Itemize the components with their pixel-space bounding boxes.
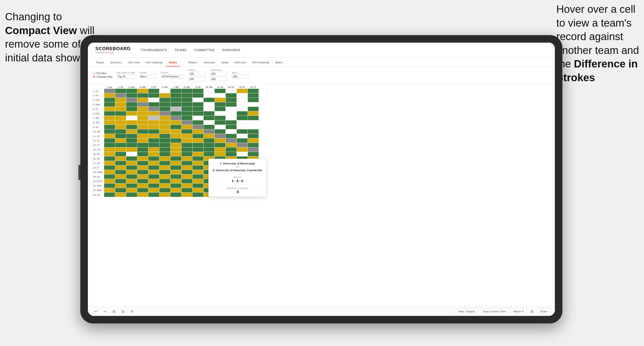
matrix-cell[interactable] — [126, 152, 137, 156]
matrix-cell[interactable] — [104, 165, 115, 170]
matrix-cell[interactable] — [215, 138, 226, 143]
division-select[interactable]: NCAA Division I — [161, 74, 184, 79]
matrix-cell[interactable] — [237, 93, 248, 98]
matrix-cell[interactable] — [159, 125, 170, 129]
subnav-players-matrix[interactable]: Matrix — [272, 59, 286, 66]
matrix-cell[interactable] — [137, 111, 148, 116]
subnav-teams[interactable]: Teams — [93, 59, 107, 66]
matrix-cell[interactable] — [193, 152, 204, 156]
matrix-cell[interactable] — [126, 98, 137, 102]
matrix-cell[interactable] — [126, 107, 137, 111]
matrix-cell[interactable] — [226, 93, 237, 98]
matrix-cell[interactable] — [104, 161, 115, 165]
matrix-cell[interactable] — [115, 107, 126, 111]
matrix-cell[interactable] — [248, 129, 259, 134]
matrix-cell[interactable] — [204, 102, 215, 107]
matrix-cell[interactable] — [226, 129, 237, 134]
matrix-cell[interactable] — [193, 143, 204, 147]
matrix-cell[interactable] — [204, 89, 215, 93]
matrix-cell[interactable] — [193, 156, 204, 161]
matrix-cell[interactable] — [248, 134, 259, 138]
matrix-cell[interactable] — [215, 147, 226, 152]
matrix-cell[interactable] — [159, 156, 170, 161]
matrix-cell[interactable] — [148, 116, 159, 120]
subnav-h2h-grid[interactable]: H2H Grid — [125, 59, 142, 66]
matrix-cell[interactable] — [248, 147, 259, 152]
matrix-cell[interactable] — [126, 193, 137, 197]
matrix-cell[interactable] — [104, 125, 115, 129]
region-select-1[interactable]: N/A — [188, 72, 206, 76]
matrix-cell[interactable] — [170, 129, 182, 134]
matrix-cell[interactable] — [237, 116, 248, 120]
matrix-cell[interactable] — [170, 125, 182, 129]
matrix-cell[interactable] — [115, 165, 126, 170]
matrix-cell[interactable] — [204, 152, 215, 156]
matrix-cell[interactable] — [126, 179, 137, 184]
subnav-players-summary[interactable]: Summary — [200, 59, 218, 66]
matrix-cell[interactable] — [115, 184, 126, 188]
matrix-cell[interactable] — [248, 143, 259, 147]
matrix-cell[interactable] — [182, 156, 193, 161]
matrix-cell[interactable] — [226, 152, 237, 156]
matrix-cell[interactable] — [104, 175, 115, 179]
full-view-option[interactable]: Full View — [93, 72, 112, 75]
matrix-cell[interactable] — [248, 120, 259, 125]
matrix-cell[interactable] — [226, 116, 237, 120]
matrix-cell[interactable] — [115, 102, 126, 107]
matrix-cell[interactable] — [126, 93, 137, 98]
matrix-cell[interactable] — [204, 143, 215, 147]
subnav-players-h2h-grid[interactable]: H2H Grid — [231, 59, 249, 66]
matrix-cell[interactable] — [159, 107, 170, 111]
matrix-cell[interactable] — [170, 143, 182, 147]
matrix-cell[interactable] — [215, 116, 226, 120]
matrix-cell[interactable] — [148, 102, 159, 107]
matrix-cell[interactable] — [148, 129, 159, 134]
matrix-cell[interactable] — [148, 179, 159, 184]
matrix-cell[interactable] — [215, 93, 226, 98]
matrix-cell[interactable] — [137, 193, 148, 197]
matrix-cell[interactable] — [248, 116, 259, 120]
matrix-cell[interactable] — [170, 116, 182, 120]
matrix-cell[interactable] — [193, 134, 204, 138]
matrix-cell[interactable] — [159, 102, 170, 107]
matrix-cell[interactable] — [137, 138, 148, 143]
matrix-cell[interactable] — [137, 107, 148, 111]
matrix-cell[interactable] — [159, 93, 170, 98]
matrix-cell[interactable] — [115, 93, 126, 98]
matrix-cell[interactable] — [148, 170, 159, 175]
matrix-cell[interactable] — [182, 170, 193, 175]
matrix-cell[interactable] — [182, 193, 193, 197]
nav-rankings[interactable]: RANKINGS — [222, 48, 240, 52]
matrix-cell[interactable] — [170, 111, 182, 116]
matrix-cell[interactable] — [237, 98, 248, 102]
region-select-2[interactable]: N/A — [188, 77, 206, 81]
matrix-cell[interactable] — [170, 156, 182, 161]
matrix-cell[interactable] — [182, 111, 193, 116]
matrix-cell[interactable] — [170, 138, 182, 143]
matrix-cell[interactable] — [170, 161, 182, 165]
matrix-cell[interactable] — [126, 116, 137, 120]
matrix-cell[interactable] — [148, 156, 159, 161]
matrix-cell[interactable] — [115, 161, 126, 165]
matrix-cell[interactable] — [104, 143, 115, 147]
matrix-cell[interactable] — [137, 188, 148, 193]
matrix-cell[interactable] — [104, 102, 115, 107]
matrix-cell[interactable] — [215, 143, 226, 147]
subnav-h2h-heatmap[interactable]: H2H Heatmap — [142, 59, 166, 66]
matrix-cell[interactable] — [170, 175, 182, 179]
matrix-cell[interactable] — [193, 111, 204, 116]
matrix-cell[interactable] — [193, 102, 204, 107]
max-teams-select[interactable]: Top 50 — [116, 74, 135, 79]
matrix-cell[interactable] — [226, 98, 237, 102]
matrix-cell[interactable] — [170, 107, 182, 111]
matrix-cell[interactable] — [182, 152, 193, 156]
matrix-cell[interactable] — [137, 165, 148, 170]
matrix-cell[interactable] — [126, 147, 137, 152]
matrix-cell[interactable] — [226, 134, 237, 138]
matrix-cell[interactable] — [170, 170, 182, 175]
toolbar-icon-share[interactable]: ⊞ — [529, 309, 535, 314]
matrix-cell[interactable] — [215, 89, 226, 93]
matrix-cell[interactable] — [137, 156, 148, 161]
matrix-cell[interactable] — [170, 188, 182, 193]
compact-view-radio[interactable] — [93, 75, 95, 78]
